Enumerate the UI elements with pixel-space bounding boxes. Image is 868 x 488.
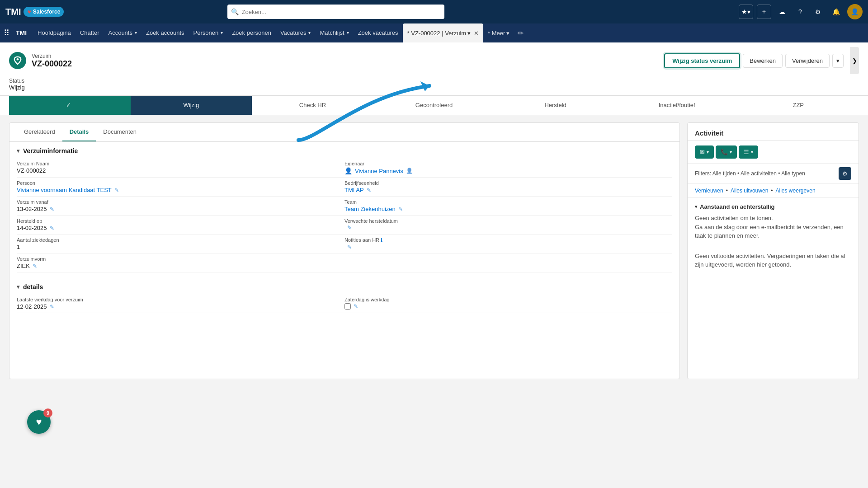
notifications-icon[interactable]: 🔔 — [829, 5, 844, 19]
search-icon: 🔍 — [231, 8, 239, 15]
no-activity-line2: Ga aan de slag door een e-mailbericht te… — [695, 223, 851, 240]
no-completed-section: Geen voltooide activiteiten. Vergadering… — [688, 246, 859, 275]
right-panel: Activiteit ✉ ▾ 📞 ▾ ☰ ▾ Filters: Alle tij… — [687, 122, 859, 379]
top-navigation: TMI ♥ Salesforce 🔍 ★▾ ＋ ☁ ? ⚙ 🔔 👤 — [0, 0, 868, 23]
help-icon[interactable]: ? — [793, 5, 807, 19]
section-title: Verzuiminformatie — [23, 147, 78, 155]
verzuiminfo-fields: Verzuim Naam VZ-000022 Eigenaar 👤 Vivian… — [9, 158, 679, 278]
verzuim-vanaf-edit-icon[interactable]: ✎ — [50, 206, 54, 212]
filters-row: Filters: Alle tijden • Alle activiteiten… — [688, 164, 859, 184]
field-verzuimvorm: Verzuimvorm ZIEK ✎ — [17, 253, 344, 272]
persoon-link[interactable]: Vivianne voornaam Kandidaat TEST — [17, 187, 112, 193]
record-name: VZ-000022 — [32, 59, 72, 69]
upcoming-chevron: ▾ — [695, 204, 697, 209]
phone-button[interactable]: 📞 ▾ — [716, 145, 737, 159]
avatar-initials: 👤 — [851, 8, 859, 15]
heart-icon: ♥ — [27, 8, 31, 15]
filters-gear-button[interactable]: ⚙ — [839, 167, 851, 180]
verwachte-hersteldatum-edit-icon[interactable]: ✎ — [347, 225, 352, 231]
bedrijfseenheid-link[interactable]: TMI AP — [344, 187, 364, 193]
salesforce-label: Salesforce — [33, 9, 61, 15]
tab-gerelateerd[interactable]: Gerelateerd — [17, 123, 62, 141]
nav-item-matchlijst[interactable]: Matchlijst ▾ — [315, 23, 353, 42]
verzuimvorm-edit-icon[interactable]: ✎ — [33, 263, 37, 269]
logo: TMI ♥ Salesforce — [5, 7, 78, 17]
avatar[interactable]: 👤 — [847, 4, 863, 19]
nav-item-zoek-personen[interactable]: Zoek personen — [227, 23, 276, 42]
team-link[interactable]: Team Ziekenhuizen — [344, 206, 396, 212]
activity-header: Activiteit — [688, 123, 859, 141]
personen-chevron: ▾ — [221, 30, 223, 35]
vernieuwen-link[interactable]: Vernieuwen — [695, 188, 723, 194]
field-verzuim-vanaf: Verzuim vanaf 13-02-2025 ✎ — [17, 197, 344, 216]
record-title-info: Verzuim VZ-000022 — [32, 53, 72, 69]
nav-item-zoek-accounts[interactable]: Zoek accounts — [142, 23, 189, 42]
notities-edit-icon[interactable]: ✎ — [347, 244, 352, 250]
stage-item-check-hr[interactable]: Check HR — [252, 96, 373, 115]
nav-item-vacatures[interactable]: Vacatures ▾ — [276, 23, 316, 42]
stage-item-wijzig[interactable]: Wijzig — [131, 96, 252, 115]
task-button[interactable]: ☰ ▾ — [739, 145, 758, 159]
edit-nav-icon[interactable]: ✏ — [518, 29, 524, 38]
email-button[interactable]: ✉ ▾ — [695, 145, 714, 159]
team-edit-icon[interactable]: ✎ — [398, 206, 403, 212]
hersteld-op-edit-icon[interactable]: ✎ — [50, 225, 54, 231]
wijzig-status-button[interactable]: Wijzig status verzuim — [664, 53, 740, 68]
bewerken-button[interactable]: Bewerken — [743, 54, 783, 68]
alles-uitvouwen-link[interactable]: Alles uitvouwen — [731, 188, 768, 194]
record-title-row: Verzuim VZ-000022 Wijzig status verzuim … — [9, 47, 859, 78]
stage-item-inactief[interactable]: Inactief/foutief — [616, 96, 738, 115]
bedrijfseenheid-edit-icon[interactable]: ✎ — [367, 187, 371, 193]
field-zaterdag-werkdag: Zaterdag is werkdag ✎ — [344, 294, 672, 313]
eigenaar-link[interactable]: Vivianne Pannevis — [355, 168, 403, 174]
grid-icon[interactable]: ⠿ — [4, 28, 9, 38]
expand-button[interactable]: ❯ — [850, 47, 859, 74]
nav-item-chatter[interactable]: Chatter — [75, 23, 104, 42]
verzuiminfo-section-header[interactable]: ▾ Verzuiminformatie — [9, 142, 679, 158]
stage-item-gecontroleerd[interactable]: Gecontroleerd — [373, 96, 495, 115]
tab-details[interactable]: Details — [62, 123, 96, 141]
add-button[interactable]: ＋ — [757, 5, 771, 19]
status-row: Status Wijzig — [9, 78, 859, 95]
upcoming-section: ▾ Aanstaand en achterstallig Geen activi… — [688, 198, 859, 246]
left-panel: Gerelateerd Details Documenten ▾ Verzuim… — [9, 122, 680, 379]
salesforce-badge: ♥ Salesforce — [24, 7, 64, 17]
details-section-chevron: ▾ — [17, 284, 19, 290]
details-section-header[interactable]: ▾ details — [9, 278, 679, 294]
tab-documenten[interactable]: Documenten — [96, 123, 144, 141]
phone-icon: 📞 — [721, 149, 728, 155]
notities-info-icon: ℹ — [381, 237, 382, 243]
laatste-werkdag-edit-icon[interactable]: ✎ — [50, 304, 54, 310]
tab-close-icon[interactable]: ✕ — [474, 30, 479, 37]
settings-icon[interactable]: ⚙ — [811, 5, 826, 19]
main-content: Gerelateerd Details Documenten ▾ Verzuim… — [0, 115, 868, 386]
persoon-edit-icon[interactable]: ✎ — [114, 187, 119, 193]
eigenaar-person-icon[interactable]: 👤 — [406, 168, 413, 174]
verwijderen-button[interactable]: Verwijderen — [785, 54, 830, 68]
section-chevron: ▾ — [17, 148, 19, 154]
alles-weergeven-link[interactable]: Alles weergeven — [776, 188, 816, 194]
field-hersteld-op: Hersteld op 14-02-2025 ✎ — [17, 216, 344, 235]
upcoming-title[interactable]: ▾ Aanstaand en achterstallig — [695, 203, 851, 210]
zaterdag-edit-icon[interactable]: ✎ — [354, 303, 358, 310]
nav-item-personen[interactable]: Personen ▾ — [189, 23, 228, 42]
nav-item-hoofdpagina[interactable]: Hoofdpagina — [33, 23, 75, 42]
email-icon: ✉ — [700, 149, 705, 155]
nav-more[interactable]: * Meer ▾ — [483, 23, 514, 42]
cloud-icon[interactable]: ☁ — [775, 5, 789, 19]
record-icon — [9, 52, 26, 69]
nav-item-zoek-vacatures[interactable]: Zoek vacatures — [354, 23, 403, 42]
stage-item-check[interactable]: ✓ — [9, 96, 131, 115]
search-input[interactable] — [227, 5, 444, 19]
record-actions: Wijzig status verzuim Bewerken Verwijder… — [664, 47, 859, 74]
phone-chevron: ▾ — [730, 150, 732, 155]
sec-nav-brand[interactable]: TMI — [12, 29, 30, 37]
stage-item-hersteld[interactable]: Hersteld — [495, 96, 616, 115]
tab-vz-000022[interactable]: * VZ-000022 | Verzuim ▾ ✕ — [403, 23, 484, 42]
nav-item-accounts[interactable]: Accounts ▾ — [104, 23, 141, 42]
vacatures-chevron: ▾ — [308, 30, 311, 35]
stage-item-zzp[interactable]: ZZP — [737, 96, 859, 115]
zaterdag-werkdag-checkbox[interactable] — [344, 303, 351, 310]
actions-dropdown-button[interactable]: ▾ — [832, 54, 844, 68]
favorites-button[interactable]: ★▾ — [739, 5, 753, 19]
